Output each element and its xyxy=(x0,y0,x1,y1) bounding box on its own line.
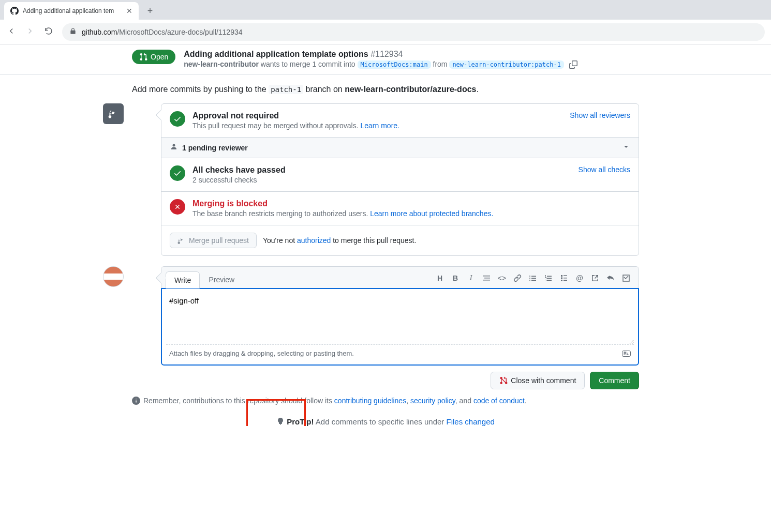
pr-merge-summary: new-learn-contributor wants to merge 1 c… xyxy=(184,60,577,69)
learn-more-link[interactable]: Learn more. xyxy=(361,121,399,130)
code-of-conduct-link[interactable]: code of conduct xyxy=(473,397,525,405)
copy-branch-icon[interactable] xyxy=(569,60,577,69)
chevron-down-icon xyxy=(622,143,630,153)
browser-tab[interactable]: Adding additional application tem ✕ xyxy=(4,2,139,20)
state-badge-open: Open xyxy=(132,50,175,64)
protected-branches-link[interactable]: Learn more about protected branches. xyxy=(370,209,493,218)
check-icon xyxy=(170,165,185,181)
tab-close-icon[interactable]: ✕ xyxy=(126,7,132,15)
approval-desc: This pull request may be merged without … xyxy=(192,121,399,130)
base-branch-chip[interactable]: MicrosoftDocs:main xyxy=(358,60,431,69)
browser-toolbar: github.com/MicrosoftDocs/azure-docs/pull… xyxy=(0,20,771,44)
forward-button[interactable] xyxy=(25,26,35,37)
x-icon xyxy=(170,199,185,215)
task-list-icon[interactable] xyxy=(560,274,568,282)
avatar[interactable] xyxy=(103,266,124,287)
comment-editor: Write Preview H B I <> @ xyxy=(161,266,639,366)
merge-status-icon xyxy=(103,103,124,124)
code-icon[interactable]: <> xyxy=(498,274,506,282)
url-text: github.com/MicrosoftDocs/azure-docs/pull… xyxy=(82,28,243,36)
checks-title: All checks have passed xyxy=(192,165,286,175)
merge-pull-request-button: Merge pull request xyxy=(170,233,257,248)
italic-icon[interactable]: I xyxy=(467,274,475,282)
merge-auth-note: You're not authorized to merge this pull… xyxy=(263,236,416,245)
quote-icon[interactable] xyxy=(482,274,491,282)
reply-icon[interactable] xyxy=(606,274,615,282)
contributing-guidelines-link[interactable]: contributing guidelines xyxy=(334,397,406,405)
tab-write[interactable]: Write xyxy=(166,271,200,288)
show-reviewers-link[interactable]: Show all reviewers xyxy=(570,111,630,119)
link-icon[interactable] xyxy=(513,274,522,282)
push-hint: Add more commits by pushing to the patch… xyxy=(132,85,639,94)
pr-title: Adding additional application template o… xyxy=(184,50,577,59)
blocked-desc: The base branch restricts merging to aut… xyxy=(192,209,493,218)
github-favicon-icon xyxy=(10,7,19,15)
protip: ProTip! Add comments to specific lines u… xyxy=(132,417,639,426)
heading-icon[interactable]: H xyxy=(436,274,444,282)
state-label: Open xyxy=(151,53,168,61)
contribution-note: Remember, contributions to this reposito… xyxy=(132,397,639,405)
comment-textarea[interactable] xyxy=(166,293,634,345)
back-button[interactable] xyxy=(6,26,17,37)
lock-icon xyxy=(69,27,77,36)
person-icon xyxy=(170,143,178,153)
tab-title: Adding additional application tem xyxy=(23,7,122,14)
address-bar[interactable]: github.com/MicrosoftDocs/azure-docs/pull… xyxy=(62,23,765,41)
unordered-list-icon[interactable] xyxy=(529,274,537,282)
close-with-comment-button[interactable]: Close with comment xyxy=(491,372,585,389)
browser-tab-strip: Adding additional application tem ✕ + xyxy=(0,0,771,20)
head-branch-chip[interactable]: new-learn-contributor:patch-1 xyxy=(449,60,564,69)
bold-icon[interactable]: B xyxy=(451,274,459,282)
authorized-link[interactable]: authorized xyxy=(297,236,331,245)
pr-header: Open Adding additional application templ… xyxy=(0,44,771,74)
attach-hint[interactable]: Attach files by dragging & dropping, sel… xyxy=(166,346,634,360)
cross-reference-icon[interactable] xyxy=(591,274,599,282)
approval-title: Approval not required xyxy=(192,111,399,120)
show-checks-link[interactable]: Show all checks xyxy=(579,165,630,174)
mention-icon[interactable]: @ xyxy=(575,274,584,282)
check-icon xyxy=(170,111,185,127)
saved-replies-icon[interactable] xyxy=(622,274,630,282)
blocked-title: Merging is blocked xyxy=(192,199,493,208)
checks-desc: 2 successful checks xyxy=(192,176,286,184)
security-policy-link[interactable]: security policy xyxy=(410,397,455,405)
pending-reviewer-bar[interactable]: 1 pending reviewer xyxy=(161,137,639,158)
merge-status-box: Approval not required This pull request … xyxy=(161,103,639,256)
pending-reviewer-label: 1 pending reviewer xyxy=(182,144,248,152)
ordered-list-icon[interactable] xyxy=(544,274,553,282)
tab-preview[interactable]: Preview xyxy=(200,271,243,288)
markdown-icon[interactable]: M↓ xyxy=(622,351,631,357)
files-changed-link[interactable]: Files changed xyxy=(446,417,494,426)
new-tab-button[interactable]: + xyxy=(143,4,157,18)
editor-toolbar: H B I <> @ xyxy=(436,274,634,285)
comment-button[interactable]: Comment xyxy=(590,372,639,389)
reload-button[interactable] xyxy=(43,26,54,37)
